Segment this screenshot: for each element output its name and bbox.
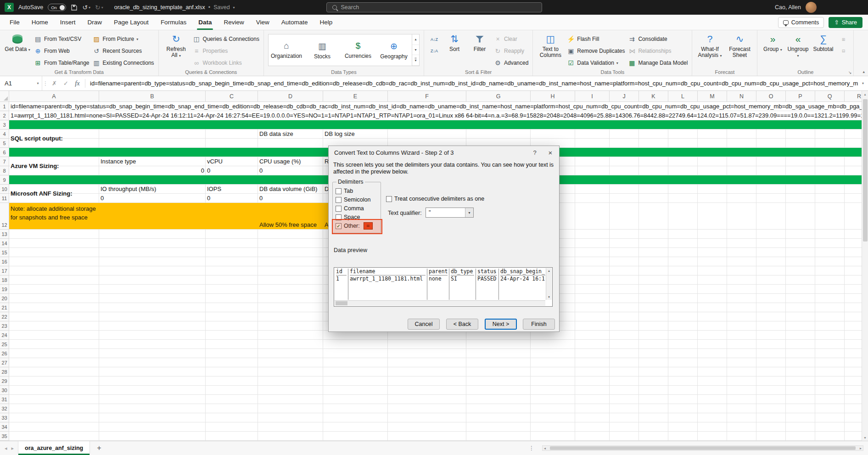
reapply-button[interactable]: ↻Reapply xyxy=(494,46,528,56)
cell-D12-allow-free-space[interactable]: Allow 50% free space xyxy=(259,220,317,230)
formula-input[interactable]: id=filename=parent=db_type=status=db_sna… xyxy=(87,76,858,90)
sort-button[interactable]: ⇅ Sort xyxy=(443,33,465,52)
other-delimiter-checkbox[interactable]: ✓ Other: = xyxy=(336,222,373,230)
column-header-M[interactable]: M xyxy=(698,91,727,101)
from-web-button[interactable]: ⊕From Web xyxy=(34,46,90,56)
tab-automate[interactable]: Automate xyxy=(275,15,314,30)
row-header-5[interactable]: 5 xyxy=(0,139,9,148)
row-header-8[interactable]: 8 xyxy=(0,166,9,175)
horizontal-scroll-thumb[interactable] xyxy=(550,446,856,450)
row-header-35[interactable]: 35 xyxy=(0,432,9,441)
tab-view[interactable]: View xyxy=(250,15,275,30)
scroll-left-icon[interactable]: ◂ xyxy=(544,446,546,450)
show-detail-button[interactable]: ⊞ xyxy=(837,34,849,45)
preview-scroll-down-icon[interactable]: ▾ xyxy=(548,295,550,299)
cell-D11[interactable]: 0 xyxy=(259,194,263,203)
tab-help[interactable]: Help xyxy=(314,15,339,30)
from-picture-button[interactable]: ▨From Picture▾ xyxy=(93,34,154,44)
cell-B10-io-throughput[interactable]: IO throughput (MB/s) xyxy=(101,185,156,194)
row-header-34[interactable]: 34 xyxy=(0,422,9,432)
user-avatar[interactable] xyxy=(806,2,817,13)
group-button[interactable]: » Group ▾ xyxy=(762,33,784,53)
column-header-N[interactable]: N xyxy=(727,91,756,101)
tab-data[interactable]: Data xyxy=(192,15,218,30)
other-delimiter-field[interactable]: = xyxy=(364,222,373,230)
scroll-up-icon[interactable]: ▴ xyxy=(862,91,868,97)
dialog-help-button[interactable]: ? xyxy=(527,146,543,159)
column-header-D[interactable]: D xyxy=(258,91,323,101)
hide-detail-button[interactable]: ⊟ xyxy=(837,46,849,56)
tab-delimiter-checkbox[interactable]: Tab xyxy=(336,187,353,195)
from-table-range-button[interactable]: ⊞From Table/Range xyxy=(34,58,90,68)
row-header-17[interactable]: 17 xyxy=(0,266,9,275)
row-header-23[interactable]: 23 xyxy=(0,321,9,331)
cell-D10-db-data-volume[interactable]: DB data volume (GiB) xyxy=(259,185,317,194)
row-header-15[interactable]: 15 xyxy=(0,248,9,257)
row-header-32[interactable]: 32 xyxy=(0,404,9,413)
enter-entry-button[interactable]: ✓ xyxy=(60,76,72,90)
row-header-28[interactable]: 28 xyxy=(0,367,9,376)
cancel-button[interactable]: Cancel xyxy=(408,319,440,330)
row-header-18[interactable]: 18 xyxy=(0,275,9,285)
horizontal-scrollbar[interactable]: ◂ ▸ xyxy=(542,445,863,451)
column-header-O[interactable]: O xyxy=(756,91,786,101)
user-name[interactable]: Cao, Allen xyxy=(775,4,801,11)
gallery-scroll-down-button[interactable]: ▾ xyxy=(412,45,419,56)
text-qualifier-select[interactable]: " ▾ xyxy=(426,208,474,218)
select-all-button[interactable] xyxy=(0,91,9,101)
cell-D7-cpu-usage[interactable]: CPU usage (%) xyxy=(259,157,301,166)
cell-A4-sql-script-output[interactable]: SQL script output: xyxy=(11,129,63,148)
tab-insert[interactable]: Insert xyxy=(54,15,82,30)
existing-connections-button[interactable]: ▥Existing Connections xyxy=(93,58,154,68)
excel-app-icon[interactable]: X xyxy=(5,3,14,12)
data-type-geography[interactable]: ⊕Geography xyxy=(376,34,412,66)
cell-A2[interactable]: 1=awrrpt_1_1180_1181.html=none=SI=PASSED… xyxy=(9,111,868,120)
tab-review[interactable]: Review xyxy=(218,15,250,30)
column-header-K[interactable]: K xyxy=(639,91,668,101)
document-title[interactable]: oracle_db_sizing_template_anf.xlsx • Sav… xyxy=(114,4,235,11)
column-header-A[interactable]: A xyxy=(9,91,99,101)
expand-formula-bar-button[interactable]: ▾ xyxy=(858,76,868,90)
column-header-I[interactable]: I xyxy=(575,91,610,101)
workbook-links-button[interactable]: ∞Workbook Links xyxy=(193,58,259,68)
tab-file[interactable]: File xyxy=(4,15,26,30)
preview-horizontal-scrollbar[interactable] xyxy=(335,300,545,306)
collapse-ribbon-button[interactable]: ▴ xyxy=(862,69,865,74)
text-to-columns-button[interactable]: ◫ Text to Columns xyxy=(537,33,564,58)
row-header-26[interactable]: 26 xyxy=(0,349,9,358)
column-header-J[interactable]: J xyxy=(610,91,639,101)
tab-draw[interactable]: Draw xyxy=(82,15,108,30)
column-header-G[interactable]: G xyxy=(466,91,531,101)
cancel-entry-button[interactable]: ✗ xyxy=(49,76,60,90)
cell-D4-db-data-size[interactable]: DB data size xyxy=(259,129,293,139)
comments-button[interactable]: Comments xyxy=(778,17,824,28)
cell-C7-vcpu[interactable]: vCPU xyxy=(207,157,223,166)
gallery-more-button[interactable]: ▾ xyxy=(412,55,419,66)
sort-za-button[interactable]: Z↓A xyxy=(428,46,440,56)
cell-B11[interactable]: 0 xyxy=(101,194,104,203)
subtotal-button[interactable]: ∑ Subtotal xyxy=(812,33,834,52)
advanced-filter-button[interactable]: ⚙Advanced xyxy=(494,58,528,68)
filter-button[interactable]: Filter xyxy=(469,33,491,52)
cell-A7-azure-vm-sizing[interactable]: Azure VM Sizing: xyxy=(11,157,59,175)
manage-data-model-button[interactable]: ▦Manage Data Model xyxy=(628,58,688,68)
vertical-scroll-thumb[interactable] xyxy=(863,99,868,242)
cell-C11[interactable]: 0 xyxy=(207,194,210,203)
cell-D8[interactable]: 0 xyxy=(259,166,263,175)
relationships-button[interactable]: ⋈Relationships xyxy=(628,46,688,56)
share-button[interactable]: ⇧Share xyxy=(829,17,862,28)
data-type-organization[interactable]: ⌂Organization xyxy=(269,34,304,66)
cell-A10-anf-sizing[interactable]: Microsoft ANF Sizing: xyxy=(11,185,73,203)
row-header-20[interactable]: 20 xyxy=(0,294,9,303)
row-header-27[interactable]: 27 xyxy=(0,358,9,367)
row-header-13[interactable]: 13 xyxy=(0,230,9,239)
comma-delimiter-checkbox[interactable]: Comma xyxy=(336,205,364,212)
undo-button[interactable]: ↺▾ xyxy=(82,4,90,11)
row-header-16[interactable]: 16 xyxy=(0,257,9,266)
row-header-1[interactable]: 1 xyxy=(0,102,9,111)
vertical-scrollbar[interactable]: ▴ ▾ xyxy=(862,91,868,441)
sort-az-button[interactable]: A↓Z xyxy=(428,34,440,45)
forecast-sheet-button[interactable]: ∿ Forecast Sheet xyxy=(726,33,753,58)
insert-function-button[interactable]: fx xyxy=(72,76,83,90)
previous-sheet-button[interactable]: ◂ xyxy=(5,445,7,451)
